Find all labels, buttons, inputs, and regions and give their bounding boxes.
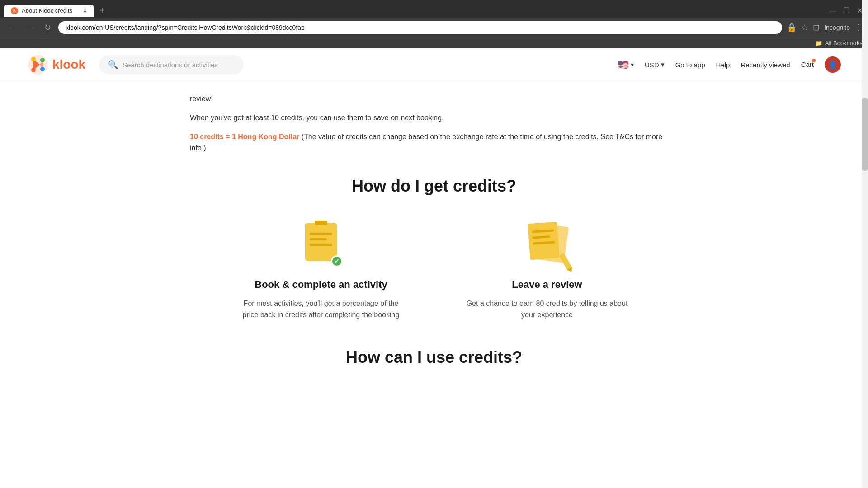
recently-viewed-label: Recently viewed [741,61,790,69]
currency-label: USD [645,61,659,69]
user-avatar[interactable]: 👤 [825,56,841,73]
header-nav: 🇺🇸 ▾ USD ▾ Go to app Help Recently viewe… [618,56,841,73]
flag-dropdown-icon: ▾ [631,61,634,68]
leave-review-desc: Get a chance to earn 80 credits by telli… [461,298,633,321]
svg-point-4 [40,67,45,71]
profile-icon[interactable]: ⊡ [813,23,820,33]
language-selector[interactable]: 🇺🇸 ▾ [618,59,634,70]
refresh-button[interactable]: ↻ [42,22,54,33]
way-card-review: Leave a review Get a chance to earn 80 c… [461,223,633,321]
maximize-button[interactable]: ❐ [843,6,849,15]
currency-selector[interactable]: USD ▾ [645,61,665,69]
book-activity-desc: For most activities, you'll get a percen… [235,298,407,321]
help-link[interactable]: Help [716,61,730,69]
credits-info-text: When you've got at least 10 credits, you… [190,112,678,124]
flag-icon: 🇺🇸 [618,59,629,70]
klook-logo-icon [27,54,49,75]
eye-off-icon: 🔒 [787,23,797,33]
ways-grid: ✓ Book & complete an activity For most a… [190,223,678,321]
tab-close-icon[interactable]: × [83,7,87,14]
klook-logo-text: klook [52,57,85,72]
bottom-section: How can I use credits? [190,348,678,367]
go-to-app-link[interactable]: Go to app [675,61,705,69]
browser-tab[interactable]: K About Klook credits × [4,5,94,17]
address-bar[interactable]: klook.com/en-US/credits/landing/?spm=Cre… [58,21,782,34]
search-icon: 🔍 [108,60,118,70]
cart-button[interactable]: Cart [801,61,814,69]
address-text: klook.com/en-US/credits/landing/?spm=Cre… [66,24,775,31]
browser-chrome: K About Klook credits × + — ❐ ✕ ← → ↻ kl… [0,0,868,48]
book-activity-icon: ✓ [298,223,344,268]
help-label: Help [716,61,730,69]
incognito-label: Incognito [824,24,850,31]
back-button[interactable]: ← [5,22,19,33]
bookmarks-icon: 📁 [815,40,822,47]
site-header: klook 🔍 Search destinations or activitie… [0,48,868,81]
scrollbar[interactable] [862,0,868,488]
book-activity-title: Book & complete an activity [235,279,407,291]
minimize-button[interactable]: — [829,7,836,15]
main-content: review! When you've got at least 10 cred… [163,81,705,394]
svg-point-5 [31,68,36,72]
review-text: review! [190,95,678,103]
cart-label: Cart [801,61,814,68]
star-icon[interactable]: ☆ [801,23,808,33]
credits-note: 10 credits = 1 Hong Kong Dollar (The val… [190,131,678,154]
new-tab-button[interactable]: + [96,4,108,18]
avatar-icon: 👤 [828,61,837,69]
way-card-book: ✓ Book & complete an activity For most a… [235,223,407,321]
forward-button[interactable]: → [24,22,37,33]
bottom-heading: How can I use credits? [190,348,678,367]
search-placeholder: Search destinations or activities [123,61,218,69]
scroll-thumb[interactable] [862,98,868,171]
cart-notification-dot [812,59,816,62]
go-to-app-label: Go to app [675,61,705,69]
search-bar[interactable]: 🔍 Search destinations or activities [99,55,244,74]
section-heading: How do I get credits? [190,177,678,196]
all-bookmarks-link[interactable]: 📁 All Bookmarks [815,40,863,47]
tab-title: About Klook credits [22,7,80,14]
credits-highlight: 10 credits = 1 Hong Kong Dollar [190,133,299,141]
currency-dropdown-icon: ▾ [661,61,665,69]
svg-point-6 [31,57,36,61]
site-wrapper: klook 🔍 Search destinations or activitie… [0,48,868,394]
bookmarks-label: All Bookmarks [825,40,863,47]
recently-viewed-link[interactable]: Recently viewed [741,61,790,69]
klook-logo[interactable]: klook [27,54,85,75]
leave-review-title: Leave a review [461,279,633,291]
svg-point-3 [40,58,45,62]
tab-favicon: K [11,7,18,14]
leave-review-icon [524,223,570,268]
